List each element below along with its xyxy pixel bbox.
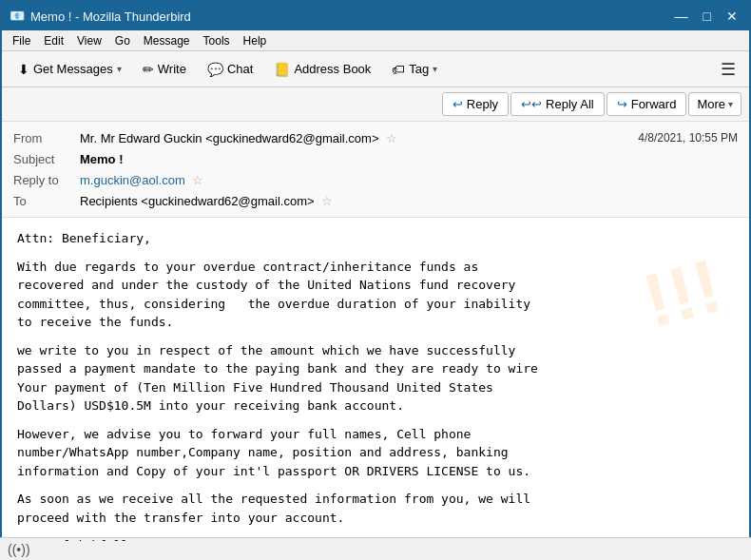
menu-bar: File Edit View Go Message Tools Help	[2, 30, 749, 51]
more-button[interactable]: More ▾	[688, 92, 741, 116]
to-row: To Recipients <guckinedward62@gmail.com>…	[13, 190, 738, 211]
action-bar: ↩ Reply ↩↩ Reply All ↪ Forward More ▾	[2, 87, 749, 122]
write-icon: ✏	[143, 62, 154, 77]
body-paragraph-2: With due regards to your overdue contrac…	[17, 258, 734, 332]
subject-row: Subject Memo !	[13, 148, 738, 169]
from-star-icon[interactable]: ☆	[386, 131, 397, 145]
body-paragraph-1: Attn: Beneficiary,	[17, 229, 734, 248]
window-title: Memo ! - Mozilla Thunderbird	[30, 10, 191, 24]
to-star-icon[interactable]: ☆	[321, 194, 333, 208]
body-paragraph-5: As soon as we receive all the requested …	[17, 490, 734, 527]
tag-icon: 🏷	[392, 62, 405, 77]
get-messages-button[interactable]: ⬇ Get Messages ▾	[10, 58, 130, 81]
from-label: From	[13, 131, 80, 145]
forward-icon: ↪	[617, 97, 627, 111]
connection-status-icon: ((•))	[8, 542, 30, 557]
body-paragraph-4: However, we advise you to forward your f…	[17, 425, 734, 481]
minimize-button[interactable]: —	[671, 10, 692, 23]
forward-button[interactable]: ↪ Forward	[607, 92, 687, 116]
get-messages-icon: ⬇	[18, 62, 29, 77]
menu-tools[interactable]: Tools	[199, 33, 235, 48]
menu-edit[interactable]: Edit	[39, 33, 68, 48]
reply-all-icon: ↩↩	[521, 97, 542, 111]
subject-label: Subject	[13, 152, 80, 166]
toolbar: ⬇ Get Messages ▾ ✏ Write 💬 Chat 📒 Addres…	[2, 51, 749, 87]
menu-help[interactable]: Help	[239, 33, 272, 48]
from-row: From Mr. Mr Edward Guckin <guckinedward6…	[13, 127, 738, 148]
tag-button[interactable]: 🏷 Tag ▾	[383, 58, 446, 81]
reply-icon: ↩	[453, 97, 463, 111]
chat-button[interactable]: 💬 Chat	[199, 58, 261, 81]
subject-value: Memo !	[80, 152, 738, 166]
title-bar: 📧 Memo ! - Mozilla Thunderbird — □ ✕	[2, 2, 749, 30]
hamburger-menu-button[interactable]: ☰	[715, 57, 741, 82]
menu-file[interactable]: File	[8, 33, 35, 48]
to-value: Recipients <guckinedward62@gmail.com> ☆	[80, 194, 738, 208]
more-dropdown-arrow: ▾	[728, 99, 733, 109]
address-book-icon: 📒	[274, 62, 290, 77]
email-date: 4/8/2021, 10:55 PM	[638, 131, 738, 145]
menu-view[interactable]: View	[72, 33, 106, 48]
tag-dropdown-arrow[interactable]: ▾	[433, 64, 437, 74]
from-value: Mr. Mr Edward Guckin <guckinedward62@gma…	[80, 131, 638, 145]
menu-go[interactable]: Go	[110, 33, 135, 48]
window-controls[interactable]: — □ ✕	[671, 10, 741, 23]
write-button[interactable]: ✏ Write	[134, 58, 195, 81]
close-button[interactable]: ✕	[722, 10, 741, 23]
email-header: From Mr. Mr Edward Guckin <guckinedward6…	[2, 122, 749, 218]
reply-to-value: m.guckin@aol.com ☆	[80, 173, 738, 187]
reply-button[interactable]: ↩ Reply	[442, 92, 509, 116]
maximize-button[interactable]: □	[700, 10, 715, 23]
reply-to-star-icon[interactable]: ☆	[192, 173, 203, 187]
reply-to-label: Reply to	[13, 173, 80, 187]
chat-icon: 💬	[207, 62, 223, 77]
app-icon: 📧	[10, 9, 25, 24]
reply-to-link[interactable]: m.guckin@aol.com	[80, 173, 185, 187]
body-paragraph-6: Yours faithfully,	[17, 536, 734, 541]
reply-to-row: Reply to m.guckin@aol.com ☆	[13, 169, 738, 190]
body-paragraph-3: we write to you in respect of the amount…	[17, 341, 734, 415]
get-messages-dropdown-arrow[interactable]: ▾	[117, 64, 122, 74]
email-body: !!! Attn: Beneficiary, With due regards …	[2, 218, 749, 541]
menu-message[interactable]: Message	[139, 33, 195, 48]
reply-all-button[interactable]: ↩↩ Reply All	[510, 92, 605, 116]
to-label: To	[13, 194, 80, 208]
address-book-button[interactable]: 📒 Address Book	[265, 58, 379, 81]
